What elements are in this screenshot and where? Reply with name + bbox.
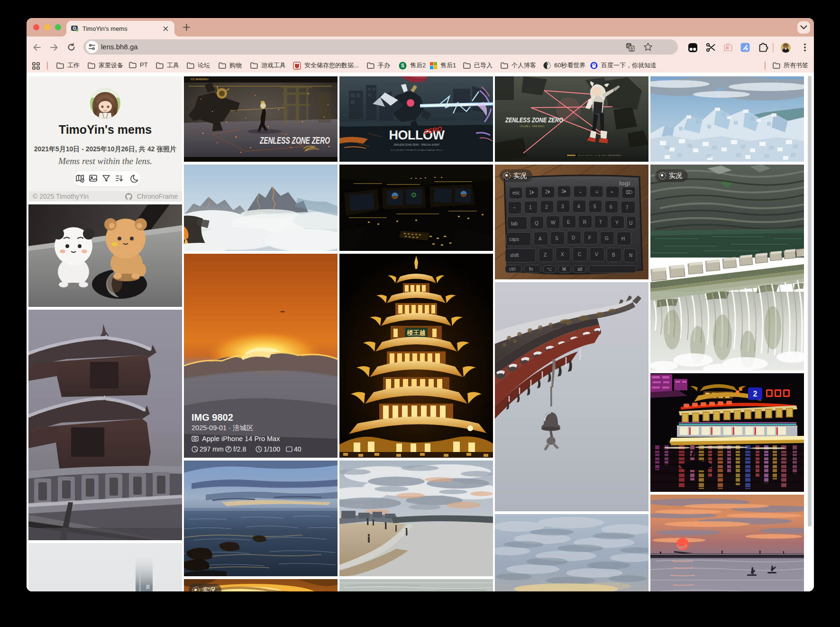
svg-text:S: S	[401, 63, 404, 68]
svg-text:Y: Y	[615, 220, 619, 225]
svg-text:40: 40	[294, 445, 301, 453]
svg-text:2: 2	[753, 390, 758, 398]
svg-text:1/100: 1/100	[264, 445, 280, 453]
svg-text:ZZZ NEWERIDU: ZZZ NEWERIDU	[191, 78, 209, 81]
svg-text:HOLLOW ZERO OPERATION GUIDANCE: HOLLOW ZERO OPERATION GUIDANCE MANUAL VE…	[391, 149, 443, 151]
svg-text:3⏵: 3⏵	[561, 189, 566, 194]
svg-text:⌦: ⌦	[626, 190, 633, 195]
svg-text:f/2.8: f/2.8	[233, 445, 246, 453]
svg-text:X: X	[561, 252, 564, 257]
svg-text:R: R	[583, 220, 586, 225]
svg-text:☺: ☺	[594, 189, 599, 194]
svg-text:文: 文	[630, 46, 634, 51]
svg-text:6: 6	[610, 204, 612, 210]
svg-text:3: 3	[561, 204, 564, 209]
svg-text:2⏵: 2⏵	[545, 189, 550, 194]
svg-text:VOLUME 1 · NEW ERIDU: VOLUME 1 · NEW ERIDU	[520, 125, 545, 128]
svg-text:⌘: ⌘	[562, 267, 566, 272]
svg-text:4: 4	[577, 204, 580, 209]
svg-text:N: N	[629, 253, 632, 258]
svg-text:1: 1	[529, 205, 532, 210]
svg-text:U: U	[629, 221, 632, 226]
svg-text:297 mm: 297 mm	[200, 445, 224, 453]
svg-text:1⏵: 1⏵	[529, 190, 534, 195]
svg-text:ZENLESS ZONE ZERO OFFICIAL WEB: ZENLESS ZONE ZERO OFFICIAL WEBSITE ANNOU…	[577, 155, 621, 157]
svg-text:⌁: ⌁	[611, 189, 613, 194]
svg-text:logi: logi	[619, 180, 630, 187]
svg-text:ctrl: ctrl	[509, 267, 515, 272]
svg-text:S: S	[555, 236, 558, 241]
svg-text:W: W	[551, 220, 556, 225]
svg-text:⌄: ⌄	[578, 189, 582, 194]
svg-text:2025-09-01 · 涪城区: 2025-09-01 · 涪城区	[192, 424, 254, 432]
svg-text:楼王越: 楼王越	[407, 329, 426, 336]
svg-text:5: 5	[593, 204, 596, 209]
svg-text:ZENLESS ZONE ZERO: ZENLESS ZONE ZERO	[259, 135, 330, 146]
svg-text:T: T	[599, 220, 602, 225]
svg-text:shift: shift	[510, 253, 519, 258]
svg-text:fn: fn	[529, 267, 533, 272]
svg-text:ZENLESS ZONE ZERO · SPECIAL: ZENLESS ZONE ZERO · SPECIAL EVENT	[394, 143, 440, 146]
svg-text:D: D	[572, 235, 575, 240]
svg-text:B: B	[612, 252, 615, 258]
svg-text:2: 2	[545, 204, 548, 210]
svg-text:C: C	[578, 252, 581, 257]
svg-text:Z: Z	[544, 252, 547, 258]
svg-text:ZENLESS ZONE ZERO: ZENLESS ZONE ZERO	[505, 116, 563, 124]
svg-text:V: V	[595, 252, 598, 257]
svg-text:~: ~	[513, 205, 516, 211]
svg-text:Q: Q	[535, 221, 539, 226]
svg-text:G: G	[605, 236, 609, 241]
svg-text:7: 7	[626, 205, 629, 210]
svg-text:⌥: ⌥	[547, 267, 552, 272]
svg-text:Apple iPhone 14 Pro Max: Apple iPhone 14 Pro Max	[202, 435, 280, 443]
svg-text:A: A	[539, 236, 542, 241]
svg-text:caps: caps	[509, 237, 519, 242]
svg-text:tab: tab	[511, 221, 518, 226]
svg-text:esc: esc	[512, 190, 520, 195]
svg-text:alt: alt	[577, 267, 583, 272]
svg-text:E: E	[567, 220, 570, 225]
svg-text:H: H	[621, 236, 625, 241]
svg-text:F: F	[588, 235, 591, 240]
svg-text:IMG 9802: IMG 9802	[192, 412, 233, 423]
